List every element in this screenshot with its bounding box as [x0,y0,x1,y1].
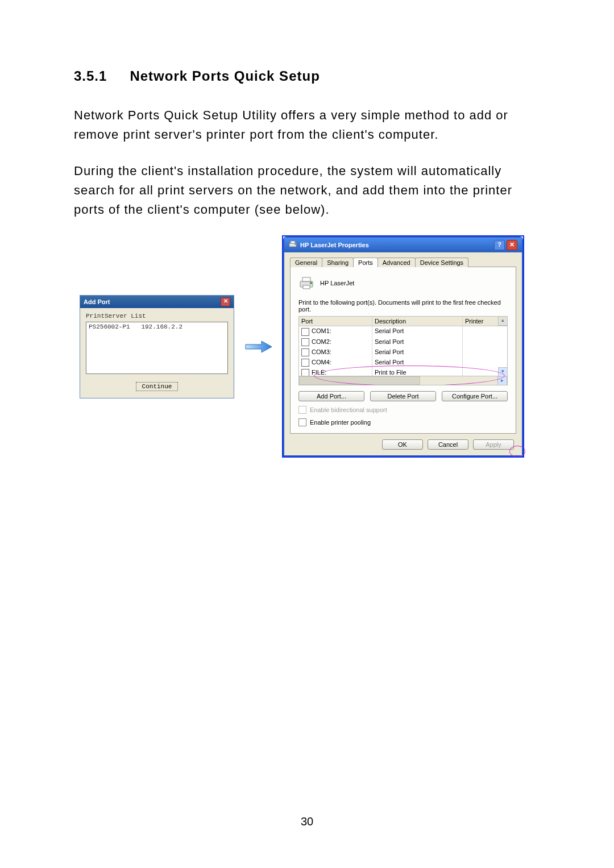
svg-rect-5 [303,285,310,289]
properties-titlebar: HP LaserJet Properties ? ✕ [284,238,522,252]
svg-rect-1 [291,241,295,243]
printer-icon [298,275,314,291]
arrow-icon [244,340,273,354]
printer-properties-dialog: HP LaserJet Properties ? ✕ General Shari… [283,236,523,456]
delete-port-button[interactable]: Delete Port [370,391,436,401]
tab-strip: General Sharing Ports Advanced Device Se… [290,257,516,267]
page-number: 30 [0,815,614,828]
col-description[interactable]: Description [372,317,463,326]
ports-tab-pane: HP LaserJet Print to the following port(… [290,267,516,434]
tab-general[interactable]: General [290,258,322,267]
properties-title: HP LaserJet Properties [300,242,369,248]
port-checkbox[interactable] [301,328,309,336]
paragraph-1: Network Ports Quick Setup Utility offers… [74,106,540,144]
table-row[interactable]: COM3:Serial Port [299,347,507,358]
add-port-button[interactable]: Add Port... [298,391,364,401]
col-port[interactable]: Port [299,317,372,326]
tab-ports[interactable]: Ports [353,258,378,267]
port-checkbox[interactable] [301,348,309,356]
continue-button[interactable]: Continue [136,382,179,391]
printserver-list-item[interactable]: PS256002-P1 192.168.2.2 [89,323,182,330]
enable-pooling-row[interactable]: Enable printer pooling [298,418,508,426]
ports-table-header: Port Description Printer [299,317,507,326]
printer-name: HP LaserJet [320,280,354,286]
add-port-titlebar: Add Port ✕ [80,296,234,308]
printserver-listbox[interactable]: PS256002-P1 192.168.2.2 [86,322,228,374]
ok-button[interactable]: OK [382,439,423,450]
table-row[interactable]: COM4:Serial Port [299,358,507,368]
section-number: 3.5.1 [74,68,107,84]
svg-point-6 [310,282,312,284]
close-icon[interactable]: ✕ [221,297,230,306]
cancel-button[interactable]: Cancel [428,439,468,450]
apply-button: Apply [473,439,514,450]
configure-port-button[interactable]: Configure Port... [442,391,508,401]
scroll-right-icon[interactable]: ▸ [497,376,507,385]
table-row[interactable]: COM2:Serial Port [299,337,507,347]
svg-rect-4 [302,277,310,281]
port-checkbox[interactable] [301,338,309,346]
tab-sharing[interactable]: Sharing [322,258,354,267]
svg-rect-0 [289,243,296,247]
svg-point-2 [294,244,296,245]
add-port-title: Add Port [84,298,110,305]
printer-title-icon [289,240,297,250]
enable-bidirectional-checkbox [298,406,306,414]
section-heading: 3.5.1Network Ports Quick Setup [74,68,540,84]
scroll-down-icon[interactable]: ▾ [498,367,507,376]
tab-device-settings[interactable]: Device Settings [415,258,468,267]
add-port-dialog: Add Port ✕ PrintServer List PS256002-P1 … [80,295,234,398]
enable-bidirectional-label: Enable bidirectional support [310,406,387,413]
section-title: Network Ports Quick Setup [130,68,320,84]
ports-table: Port Description Printer COM1:Serial Por… [298,316,508,385]
enable-pooling-checkbox[interactable] [298,418,306,426]
close-icon[interactable]: ✕ [507,240,517,250]
paragraph-2: During the client's installation procedu… [74,161,540,219]
enable-bidirectional-row: Enable bidirectional support [298,406,508,414]
enable-pooling-label: Enable printer pooling [310,419,371,426]
tab-advanced[interactable]: Advanced [377,258,416,267]
figure-row: Add Port ✕ PrintServer List PS256002-P1 … [80,236,540,456]
help-icon[interactable]: ? [494,240,505,250]
ports-instruction: Print to the following port(s). Document… [298,299,508,313]
horizontal-scrollbar[interactable]: ▸ [299,376,499,385]
port-checkbox[interactable] [301,359,309,367]
printserver-list-label: PrintServer List [86,313,228,319]
scroll-up-icon[interactable]: ▴ [498,317,507,326]
table-row[interactable]: COM1:Serial Port [299,326,507,337]
